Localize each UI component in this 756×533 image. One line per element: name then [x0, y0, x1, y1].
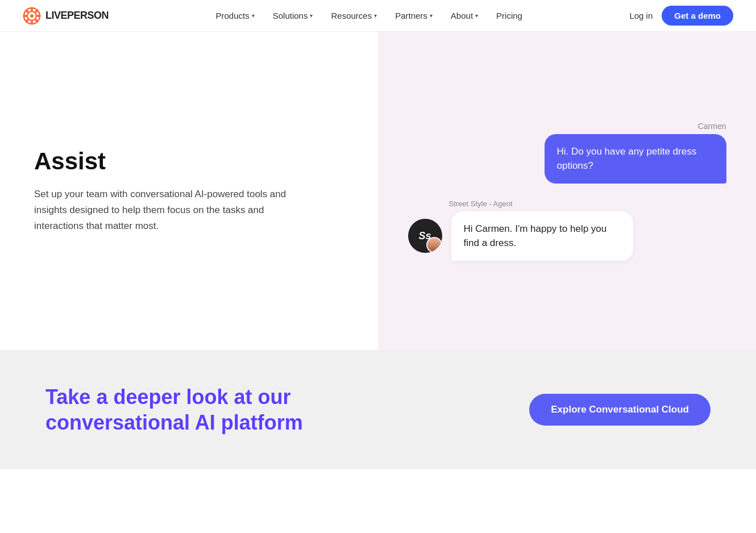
logo[interactable]: LIVEPERSON: [23, 7, 109, 25]
left-panel: Assist Set up your team with conversatio…: [0, 32, 378, 350]
liveperson-logo-icon: [23, 7, 41, 25]
cta-title: Take a deeper look at our conversational…: [45, 384, 341, 435]
nav-about[interactable]: About ▾: [451, 11, 478, 20]
agent-face: [427, 238, 441, 252]
nav-partners[interactable]: Partners ▾: [395, 11, 433, 20]
agent-chat-bubble: Hi Carmen. I'm happy to help you find a …: [451, 211, 633, 261]
chevron-down-icon: ▾: [310, 13, 313, 19]
nav-pricing[interactable]: Pricing: [496, 11, 522, 20]
nav-products[interactable]: Products ▾: [216, 11, 255, 20]
svg-point-7: [31, 20, 33, 24]
chevron-down-icon: ▾: [475, 13, 478, 19]
svg-point-3: [31, 7, 33, 11]
agent-label: Street Style - Agent: [449, 199, 726, 208]
nav-resources[interactable]: Resources ▾: [331, 11, 377, 20]
agent-photo: [426, 237, 442, 253]
chevron-down-icon: ▾: [430, 13, 433, 19]
get-demo-button[interactable]: Get a demo: [662, 6, 733, 26]
explore-cloud-button[interactable]: Explore Conversational Cloud: [529, 394, 711, 426]
cta-section: Take a deeper look at our conversational…: [0, 350, 756, 469]
user-name-label: Carmen: [408, 122, 726, 131]
chat-mockup: Carmen Hi. Do you have any petite dress …: [408, 122, 726, 261]
svg-point-2: [30, 14, 34, 18]
user-message-group: Carmen Hi. Do you have any petite dress …: [408, 122, 726, 184]
assist-title: Assist: [34, 148, 344, 175]
agent-row: Ss Hi Carmen. I'm happy to help you find…: [408, 211, 726, 261]
svg-point-5: [37, 15, 41, 17]
agent-message-group: Street Style - Agent Ss Hi Carmen. I'm h…: [408, 199, 726, 261]
nav-links: Products ▾ Solutions ▾ Resources ▾ Partn…: [216, 11, 522, 20]
nav-actions: Log in Get a demo: [629, 6, 733, 26]
right-panel: Carmen Hi. Do you have any petite dress …: [378, 32, 756, 350]
login-button[interactable]: Log in: [629, 11, 653, 20]
assist-description: Set up your team with conversational AI-…: [34, 186, 307, 234]
svg-point-9: [23, 15, 27, 17]
logo-text: LIVEPERSON: [45, 10, 109, 22]
agent-avatar: Ss: [408, 219, 442, 253]
navbar: LIVEPERSON Products ▾ Solutions ▾ Resour…: [0, 0, 756, 32]
user-chat-bubble: Hi. Do you have any petite dress options…: [545, 134, 726, 184]
main-section: Assist Set up your team with conversatio…: [0, 32, 756, 350]
chevron-down-icon: ▾: [252, 13, 255, 19]
user-message-row: Hi. Do you have any petite dress options…: [408, 134, 726, 184]
nav-solutions[interactable]: Solutions ▾: [273, 11, 313, 20]
chevron-down-icon: ▾: [374, 13, 377, 19]
